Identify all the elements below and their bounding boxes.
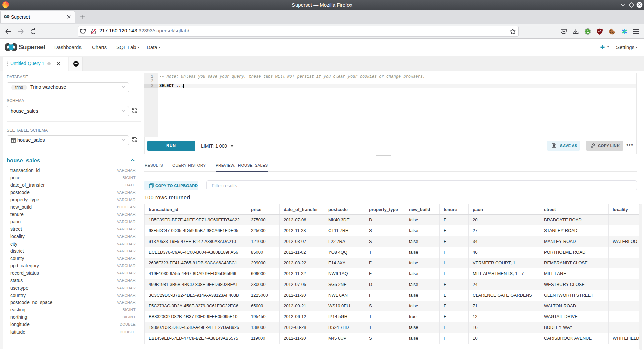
svg-text:uO: uO	[598, 30, 601, 32]
